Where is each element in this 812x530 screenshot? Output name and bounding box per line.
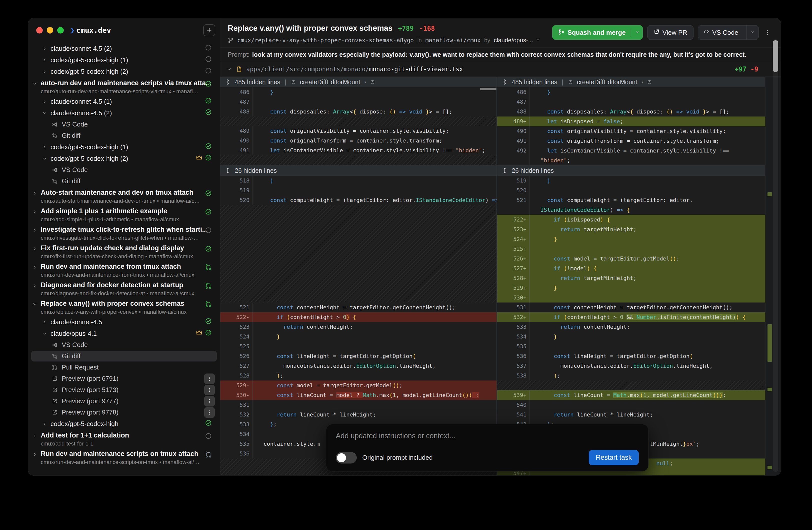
chevron-down-icon[interactable] xyxy=(42,156,47,161)
diff-code-line[interactable]: 489+ let isDisposed = false; xyxy=(497,116,765,126)
diff-code-line[interactable]: 527+ if (!model) { xyxy=(497,263,765,273)
diff-code-line[interactable]: 534 } xyxy=(497,332,765,342)
sidebar-agent-branch[interactable]: codex/gpt-5-codex-high (1) xyxy=(28,54,220,66)
chevron-right-icon[interactable] xyxy=(42,421,47,426)
sidebar-agent-branch[interactable]: claude/sonnet-4.5 (1) xyxy=(28,96,220,107)
chevron-down-icon[interactable] xyxy=(42,111,47,115)
view-pr-button[interactable]: View PR xyxy=(647,25,694,40)
sidebar-task[interactable]: Fix first-run update check and dialog di… xyxy=(28,242,220,261)
diff-code-line[interactable]: 489 const originalVisibility = container… xyxy=(220,126,496,136)
diff-code-line[interactable]: 531 const contentHeight = targetEditor.g… xyxy=(497,302,765,312)
hidden-lines-header[interactable]: 485 hidden lines|createDiffEditorMount› xyxy=(220,77,496,87)
sidebar-action-pull-request[interactable]: Pull Request xyxy=(28,362,220,373)
squash-and-merge-button[interactable]: Squash and merge xyxy=(552,25,643,40)
header-overflow-menu-button[interactable] xyxy=(763,28,772,37)
sidebar-task[interactable]: Add test for 1+1 calculationcmux/add-tes… xyxy=(28,430,220,448)
minimize-button[interactable] xyxy=(47,27,53,33)
collapse-chevron-icon[interactable] xyxy=(227,67,232,72)
sidebar-action-preview-port-5173-[interactable]: Preview (port 5173) xyxy=(28,384,220,396)
sidebar-task[interactable]: auto-run dev and maintenance scripts via… xyxy=(28,77,220,96)
diff-code-line[interactable]: 540 xyxy=(497,400,765,410)
pane-scrollbar-thumb[interactable] xyxy=(480,88,496,90)
sidebar-action-preview-port-9778-[interactable]: Preview (port 9778) xyxy=(28,407,220,418)
agent-selector[interactable]: claude/opus-... xyxy=(494,37,540,44)
composer-input[interactable]: Add updated instructions or context... xyxy=(336,432,639,440)
diff-code-line[interactable]: 490 const originalVisibility = container… xyxy=(497,126,765,136)
diff-code-line[interactable]: 530+ xyxy=(497,293,765,302)
diff-code-line[interactable]: 523 return contentHeight; xyxy=(220,322,496,332)
chevron-right-icon[interactable] xyxy=(42,99,47,104)
diff-code-line[interactable]: 519 } xyxy=(497,176,765,186)
diff-code-line[interactable]: 536 const lineHeight = targetEditor.getO… xyxy=(497,351,765,361)
row-menu-button[interactable] xyxy=(204,373,215,384)
diff-code-line[interactable]: 535 xyxy=(497,342,765,351)
row-menu-button[interactable] xyxy=(204,385,215,395)
diff-code-line[interactable]: 531 xyxy=(220,400,496,410)
breadcrumb-symbol[interactable]: createDiffEditorMount xyxy=(300,78,360,86)
sidebar-action-git-diff[interactable]: Git diff xyxy=(28,350,220,362)
diff-code-line[interactable]: 529- const model = targetEditor.getModel… xyxy=(220,381,496,390)
diff-code-line[interactable]: 522- if (contentHeight > 0) { xyxy=(220,312,496,322)
chevron-right-icon[interactable] xyxy=(32,228,37,233)
app-scrollbar[interactable] xyxy=(773,39,778,472)
sidebar-agent-branch[interactable]: claude/opus-4.1 xyxy=(28,328,220,339)
vscode-dropdown-button[interactable] xyxy=(746,26,758,40)
diff-code-line[interactable]: 520 xyxy=(497,186,765,195)
sidebar-agent-branch[interactable]: codex/gpt-5-codex-high (2) xyxy=(28,153,220,164)
chevron-right-icon[interactable] xyxy=(32,191,37,196)
diff-code-line[interactable]: 521 const contentHeight = targetEditor.g… xyxy=(220,302,496,312)
diff-code-line[interactable]: 521 const computeHeight = (targetEditor:… xyxy=(497,195,765,205)
sidebar-action-preview-port-6791-[interactable]: Preview (port 6791) xyxy=(28,373,220,384)
chevron-right-icon[interactable] xyxy=(42,46,47,51)
diff-code-line[interactable]: 492 let isContainerVisible = container.s… xyxy=(497,146,765,156)
zoom-button[interactable] xyxy=(57,27,64,33)
diff-code-line[interactable]: 488 const disposables: Array<{ dispose: … xyxy=(497,107,765,116)
app-scrollbar-thumb[interactable] xyxy=(773,40,778,72)
diff-code-line[interactable]: 532+ if (contentHeight > 0 && Number.isF… xyxy=(497,312,765,322)
diff-code-line[interactable]: 539+ const lineCount = Math.max(1, model… xyxy=(497,390,765,400)
sidebar-agent-branch[interactable]: claude/sonnet-4.5 (2) xyxy=(28,43,220,54)
chevron-right-icon[interactable] xyxy=(32,265,37,270)
sidebar-agent-branch[interactable]: codex/gpt-5-codex-high xyxy=(28,418,220,430)
diff-code-line[interactable]: 526+ const model = targetEditor.getModel… xyxy=(497,254,765,263)
chevron-down-icon[interactable] xyxy=(32,81,37,86)
diff-code-line[interactable]: 525 xyxy=(220,342,496,351)
chevron-right-icon[interactable] xyxy=(32,433,37,439)
chevron-down-icon[interactable] xyxy=(42,331,47,336)
sidebar-action-vs-code[interactable]: VS Code xyxy=(28,119,220,130)
diff-code-line[interactable]: "hidden"; xyxy=(497,156,765,165)
sidebar-agent-branch[interactable]: claude/sonnet-4.5 (2) xyxy=(28,107,220,119)
diff-code-line[interactable]: 528 ); xyxy=(220,371,496,381)
original-prompt-toggle[interactable] xyxy=(336,452,357,463)
hidden-lines-header[interactable]: 485 hidden lines|createDiffEditorMount› xyxy=(497,77,765,87)
diff-code-line[interactable]: 490 const originalTransform = container.… xyxy=(220,136,496,145)
diff-code-line[interactable]: 488 const disposables: Array<{ dispose: … xyxy=(220,107,496,116)
diff-code-line[interactable]: 491 const originalTransform = container.… xyxy=(497,136,765,146)
row-menu-button[interactable] xyxy=(204,396,215,406)
sidebar-action-vs-code[interactable]: VS Code xyxy=(28,339,220,350)
diff-code-line[interactable]: 518 } xyxy=(220,176,496,186)
chevron-right-icon[interactable] xyxy=(32,283,37,288)
diff-code-line[interactable]: 487 xyxy=(497,97,765,107)
diff-code-line[interactable]: 533 return contentHeight; xyxy=(497,322,765,332)
breadcrumb-symbol[interactable]: createDiffEditorMount xyxy=(577,78,637,86)
diff-code-line[interactable]: 520 const computeHeight = (targetEditor:… xyxy=(220,195,496,205)
chevron-right-icon[interactable] xyxy=(32,246,37,251)
diff-code-line[interactable]: 491 let isContainerVisible = container.s… xyxy=(220,145,496,155)
sidebar-agent-branch[interactable]: claude/sonnet-4.5 xyxy=(28,316,220,328)
chevron-right-icon[interactable] xyxy=(42,58,47,62)
vscode-button[interactable]: VS Code xyxy=(698,25,759,40)
diff-code-line[interactable]: 530- const lineCount = model ? Math.max(… xyxy=(220,390,496,400)
diff-code-line[interactable]: 524 } xyxy=(220,332,496,342)
sidebar-action-vs-code[interactable]: VS Code xyxy=(28,164,220,175)
chevron-right-icon[interactable] xyxy=(42,145,47,149)
row-menu-button[interactable] xyxy=(204,407,215,418)
chevron-right-icon[interactable] xyxy=(42,320,47,325)
sidebar-task[interactable]: Diagnose and fix docker detection at sta… xyxy=(28,279,220,298)
sidebar-task[interactable]: Add simple 1 plus 1 arithmetic examplecm… xyxy=(28,205,220,224)
restart-task-button[interactable]: Restart task xyxy=(589,450,639,465)
diff-code-line[interactable]: 522+ if (isDisposed) { xyxy=(497,215,765,225)
sidebar-action-git-diff[interactable]: Git diff xyxy=(28,130,220,141)
sidebar-action-git-diff[interactable]: Git diff xyxy=(28,175,220,187)
diff-code-line[interactable]: IStandaloneCodeEditor) => { xyxy=(497,205,765,215)
